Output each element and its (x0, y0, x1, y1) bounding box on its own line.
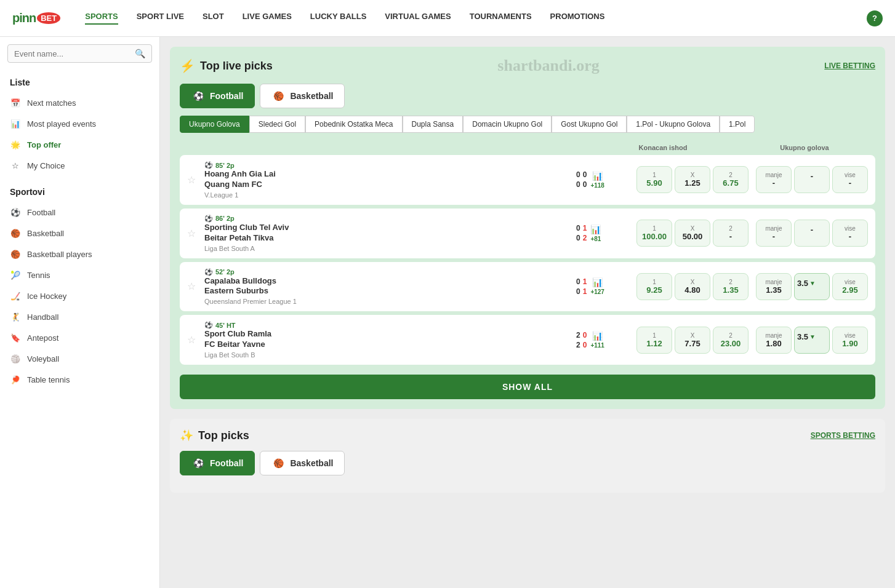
score-pair-home-1: 0 1 (576, 224, 587, 232)
odd-x-2[interactable]: X 4.80 (675, 273, 710, 300)
score-home-2-0: 0 (583, 170, 587, 179)
ukupno-odds-0: manje - - vise - (756, 166, 868, 193)
ukupno-odds-2: manje 1.35 3.5▼ vise 2.95 (756, 273, 868, 300)
match-teams-2: Capalaba BulldogsEastern Suburbs (204, 276, 571, 297)
bar-chart-icon-0[interactable]: 📊 (592, 171, 603, 181)
match-time-0: ⚽ 85' 2p (204, 161, 571, 169)
top-picks-card: ✨ Top picks SPORTS BETTING ⚽Football🏀Bas… (170, 419, 885, 493)
card-title: ⚡ Top live picks (180, 58, 273, 73)
score-away-2-3: 0 (583, 341, 587, 349)
odd-vise-0[interactable]: vise - (832, 166, 868, 193)
filter-tab-4[interactable]: Domacin Ukupno Gol (463, 116, 552, 133)
sidebar-sport-table-tennis[interactable]: 🏓Table tennis (0, 369, 159, 390)
odd-spread-2[interactable]: 3.5▼ (794, 273, 830, 300)
sidebar-item-label: Top offer (27, 140, 61, 149)
football-icon: ⚽ (10, 207, 21, 218)
sports-betting-link[interactable]: SPORTS BETTING (811, 431, 875, 440)
top-live-title: Top live picks (200, 60, 273, 73)
sidebar-sport-antepost[interactable]: 🔖Antepost (0, 327, 159, 348)
filter-tab-6[interactable]: 1.Pol - Ukupno Golova (627, 116, 720, 133)
nav-link-lucky-balls[interactable]: LUCKY BALLS (310, 12, 366, 25)
sidebar-item-next-matches[interactable]: 📅Next matches (0, 92, 159, 113)
nav-link-slot[interactable]: SLOT (203, 12, 224, 25)
nav-link-sports[interactable]: SPORTS (85, 12, 118, 25)
sidebar-item-my-choice[interactable]: ☆My Choice (0, 155, 159, 176)
filter-tab-3[interactable]: Dupla Sansa (403, 116, 464, 133)
odd-x-1[interactable]: X 50.00 (675, 220, 710, 247)
filter-tab-7[interactable]: 1.Pol (720, 116, 755, 133)
odd-vise-2[interactable]: vise 2.95 (832, 273, 868, 300)
odd-spread-3[interactable]: 3.5▼ (794, 327, 830, 354)
odd-1-0[interactable]: 1 5.90 (636, 166, 672, 193)
favorite-star-2[interactable]: ☆ (187, 280, 199, 292)
odd-manje-2[interactable]: manje 1.35 (756, 273, 792, 300)
favorite-star-3[interactable]: ☆ (187, 334, 199, 346)
sidebar-sport-tennis[interactable]: 🎾Tennis (0, 264, 159, 285)
filter-tab-1[interactable]: Sledeci Gol (249, 116, 305, 133)
favorite-star-0[interactable]: ☆ (187, 174, 199, 186)
odd-2-0[interactable]: 2 6.75 (713, 166, 749, 193)
nav-link-live-games[interactable]: LIVE GAMES (243, 12, 292, 25)
basketball-tab-icon: 🏀 (271, 89, 285, 103)
nav-link-tournaments[interactable]: TOURNAMENTS (470, 12, 532, 25)
sport-tab-football[interactable]: ⚽Football (180, 84, 255, 108)
show-all-button[interactable]: SHOW ALL (180, 375, 875, 399)
help-button[interactable]: ? (867, 10, 883, 26)
chart-odds-1: 📊 +81 (590, 224, 601, 242)
match-info-3: ⚽ 45' HT Sport Club RamlaFC Beitar Yavne… (204, 321, 571, 359)
sidebar-sport-basketball[interactable]: 🏀Basketball (0, 223, 159, 244)
logo: pinnBET (12, 11, 60, 25)
odd-x-0[interactable]: X 1.25 (675, 166, 710, 193)
search-box[interactable]: 🔍 (7, 44, 152, 63)
odd-manje-1[interactable]: manje - (756, 220, 792, 247)
favorite-star-1[interactable]: ☆ (187, 228, 199, 239)
sidebar-sport-label: Ice Hockey (27, 292, 66, 301)
filter-tab-5[interactable]: Gost Ukupno Gol (552, 116, 627, 133)
sport-tab-basketball[interactable]: 🏀Basketball (260, 84, 345, 108)
odd-2-1[interactable]: 2 - (713, 220, 749, 247)
sidebar-sport-voleyball[interactable]: 🏐Voleyball (0, 348, 159, 369)
sport-tab-football[interactable]: ⚽Football (180, 451, 255, 475)
filter-tab-2[interactable]: Pobednik Ostatka Meca (305, 116, 402, 133)
sidebar-sport-label: Voleyball (27, 354, 59, 364)
basketball-tab-icon: 🏀 (271, 456, 285, 470)
odd-manje-0[interactable]: manje - (756, 166, 792, 193)
score-away-1-2: 0 (576, 287, 580, 296)
score-nums-3: 2 0 2 0 (576, 331, 587, 349)
sidebar-sport-football[interactable]: ⚽Football (0, 202, 159, 223)
nav-link-virtual-games[interactable]: VIRTUAL GAMES (385, 12, 451, 25)
sidebar-item-most-played-events[interactable]: 📊Most played events (0, 113, 159, 134)
odds-count-3: +111 (590, 342, 604, 349)
nav-link-promotions[interactable]: PROMOTIONS (550, 12, 605, 25)
odd-2-3[interactable]: 2 23.00 (713, 327, 749, 354)
odd-x-3[interactable]: X 7.75 (675, 327, 710, 354)
odd-vise-1[interactable]: vise - (832, 220, 868, 247)
sidebar-item-top-offer[interactable]: 🌟Top offer (0, 134, 159, 155)
odd-1-2[interactable]: 1 9.25 (636, 273, 672, 300)
odd-1-1[interactable]: 1 100.00 (636, 220, 672, 247)
sport-tab-basketball[interactable]: 🏀Basketball (260, 451, 345, 475)
football-live-icon-3: ⚽ (204, 321, 213, 329)
odd-1-3[interactable]: 1 1.12 (636, 327, 672, 354)
bar-chart-icon-2[interactable]: 📊 (592, 277, 603, 287)
bar-chart-icon-3[interactable]: 📊 (592, 331, 603, 341)
score-pair-home-2: 0 1 (576, 277, 587, 286)
sidebar-item-label: Most played events (27, 119, 96, 129)
ukupno-odds-1: manje - - vise - (756, 220, 868, 247)
sidebar-sport-ice-hockey[interactable]: 🏒Ice Hockey (0, 285, 159, 306)
filter-tab-0[interactable]: Ukupno Golova (180, 116, 249, 133)
bar-chart-icon-1[interactable]: 📊 (590, 224, 601, 234)
match-list: ☆ ⚽ 85' 2p Hoang Anh Gia LaiQuang Nam FC… (180, 155, 875, 365)
nav-link-sport-live[interactable]: SPORT LIVE (137, 12, 184, 25)
odd-manje-3[interactable]: manje 1.80 (756, 327, 792, 354)
ukupno-header: Ukupno golova (734, 144, 875, 151)
sidebar-sport-handball[interactable]: 🤾Handball (0, 306, 159, 327)
watermark: shartbandi.org (497, 57, 599, 74)
chart-odds-3: 📊 +111 (590, 331, 604, 349)
search-input[interactable] (14, 49, 135, 58)
sidebar-sport-basketball-players[interactable]: 🏀Basketball players (0, 244, 159, 264)
live-betting-link[interactable]: LIVE BETTING (824, 62, 875, 70)
odd-vise-3[interactable]: vise 1.90 (832, 327, 868, 354)
konacan-odds-0: 1 5.90 X 1.25 2 6.75 (636, 166, 749, 193)
odd-2-2[interactable]: 2 1.35 (713, 273, 749, 300)
